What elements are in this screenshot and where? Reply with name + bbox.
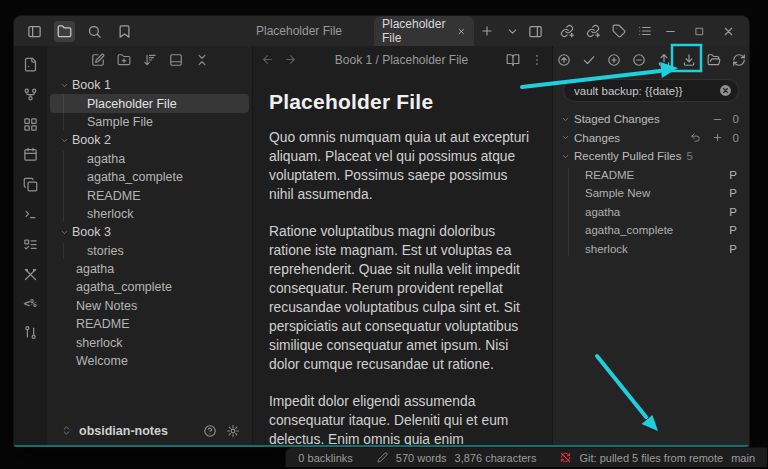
file-agatha[interactable]: agatha [50, 150, 249, 168]
templater-icon: <% [23, 297, 36, 310]
git-stage-all-button[interactable] [606, 52, 622, 68]
download-icon [682, 53, 696, 67]
reading-mode-button[interactable] [506, 53, 520, 67]
folder-book-3[interactable]: Book 3 [50, 223, 249, 241]
chevron-down-icon [561, 115, 570, 124]
file-readme-root[interactable]: README [50, 315, 249, 333]
file-new-notes[interactable]: New Notes [50, 297, 249, 315]
pulled-file-readme[interactable]: READMEP [553, 166, 749, 185]
duplicate-note-button[interactable] [23, 177, 38, 192]
folder-book-1[interactable]: Book 1 [50, 76, 249, 94]
files-view-button[interactable] [54, 21, 75, 42]
navigate-back-button[interactable] [261, 53, 274, 66]
file-stories[interactable]: stories [50, 242, 249, 260]
pulled-file-sample-new[interactable]: Sample NewP [553, 184, 749, 203]
tab-label: Placeholder File [382, 17, 449, 45]
commit-message-input[interactable] [563, 79, 739, 102]
pulled-file-agatha-complete[interactable]: agatha_completeP [553, 221, 749, 240]
git-status-message[interactable]: Git: pulled 5 files from remote [579, 452, 723, 464]
folder-book-2[interactable]: Book 2 [50, 131, 249, 149]
list-icon [638, 24, 652, 38]
add-internal-link-button[interactable] [560, 24, 574, 38]
upload-icon [657, 53, 671, 67]
file-agatha-complete[interactable]: agatha_complete [50, 168, 249, 186]
tab-list-dropdown-button[interactable] [500, 22, 525, 41]
obsidian-window: Placeholder File Placeholder File [13, 15, 750, 447]
pulled-file-sherlock[interactable]: sherlockP [553, 240, 749, 259]
git-open-folder-button[interactable] [706, 52, 722, 68]
add-tag-button[interactable] [612, 24, 626, 38]
new-tab-button[interactable] [474, 21, 500, 41]
settings-button[interactable] [224, 422, 242, 440]
window-minimize-button[interactable] [664, 25, 677, 38]
sort-icon [143, 53, 157, 67]
file-welcome[interactable]: Welcome [50, 352, 249, 370]
git-branch[interactable]: main [731, 452, 755, 464]
graph-view-button[interactable] [23, 87, 38, 102]
git-unstage-all-button[interactable] [631, 52, 647, 68]
checklist-button[interactable] [23, 237, 38, 252]
search-view-button[interactable] [84, 21, 105, 42]
help-button[interactable] [201, 422, 219, 440]
character-count: 3,876 characters [455, 452, 537, 464]
toggle-list-button[interactable] [638, 24, 652, 38]
clear-commit-message-button[interactable] [719, 84, 732, 97]
git-compare-icon [23, 325, 38, 340]
file-agatha-complete-root[interactable]: agatha_complete [50, 278, 249, 296]
window-close-button[interactable] [722, 25, 735, 38]
git-commit-and-sync-button[interactable] [556, 52, 572, 68]
layout-button[interactable] [169, 53, 183, 67]
file-agatha-root[interactable]: agatha [50, 260, 249, 278]
unstage-all-icon[interactable] [712, 114, 723, 125]
terminal-button[interactable] [23, 207, 38, 222]
bookmarks-view-button[interactable] [114, 21, 135, 42]
file-placeholder-file[interactable]: Placeholder File [50, 94, 249, 112]
git-button[interactable] [23, 325, 38, 340]
sort-order-button[interactable] [143, 53, 157, 67]
left-ribbon: <% [14, 46, 47, 445]
toggle-right-sidebar-button[interactable] [525, 21, 546, 42]
stage-all-icon[interactable] [712, 132, 723, 143]
window-maximize-button[interactable] [694, 26, 705, 37]
file-sample-file[interactable]: Sample File [50, 113, 249, 131]
section-label: Staged Changes [574, 113, 660, 125]
add-external-link-button[interactable] [586, 24, 600, 38]
file-label: agatha [87, 152, 125, 166]
file-sherlock[interactable]: sherlock [50, 205, 249, 223]
file-sherlock-root[interactable]: sherlock [50, 333, 249, 351]
git-refresh-button[interactable] [731, 52, 747, 68]
git-push-button[interactable] [656, 52, 672, 68]
tab-placeholder-file-inactive[interactable]: Placeholder File [224, 16, 374, 46]
templater-button[interactable]: <% [23, 297, 36, 310]
file-readme[interactable]: README [50, 186, 249, 204]
folder-label: Book 1 [72, 78, 111, 92]
close-tab-icon[interactable] [457, 26, 466, 37]
git-commit-button[interactable] [581, 52, 597, 68]
new-note-button[interactable] [23, 57, 38, 72]
tools-button[interactable] [23, 267, 38, 282]
git-pull-button[interactable] [681, 52, 697, 68]
git-section-changes[interactable]: Changes 0 [553, 129, 749, 148]
new-folder-button[interactable] [117, 53, 131, 67]
breadcrumb[interactable]: Book 1 / Placeholder File [297, 53, 506, 67]
more-options-button[interactable] [530, 53, 544, 67]
panel-bottom-icon [169, 53, 183, 67]
collapse-all-button[interactable] [195, 53, 209, 67]
pulled-file-agatha[interactable]: agathaP [553, 203, 749, 222]
daily-note-button[interactable] [23, 147, 38, 162]
toggle-left-sidebar-button[interactable] [24, 21, 45, 42]
note-content[interactable]: Placeholder File Quo omnis numquam quia … [253, 73, 552, 445]
staged-count: 0 [733, 113, 739, 125]
git-section-recently-pulled[interactable]: Recently Pulled Files5 [553, 147, 749, 166]
arrow-left-icon [261, 53, 274, 66]
canvas-button[interactable] [23, 117, 38, 132]
tab-placeholder-file-active[interactable]: Placeholder File [374, 16, 474, 46]
new-note-button[interactable] [91, 53, 105, 67]
chevron-down-icon [506, 25, 519, 38]
discard-all-icon[interactable] [690, 132, 701, 143]
backlinks-status[interactable]: 0 backlinks [298, 452, 352, 464]
git-section-staged[interactable]: Staged Changes 0 [553, 110, 749, 129]
pulled-files-list: READMEP Sample NewP agathaP agatha_compl… [553, 166, 749, 259]
navigate-forward-button[interactable] [284, 53, 297, 66]
vault-switcher[interactable]: obsidian-notes [47, 418, 252, 445]
